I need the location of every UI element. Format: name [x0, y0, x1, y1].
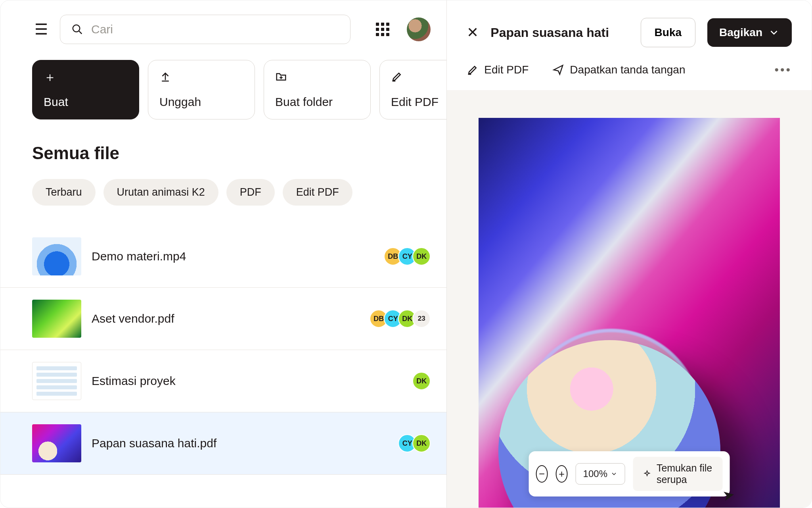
edit-pdf-label: Edit PDF — [484, 64, 529, 76]
action-label: Buat — [44, 95, 128, 109]
file-name: Demo materi.mp4 — [92, 250, 373, 263]
collaborator-badge: DK — [412, 247, 431, 266]
avatar[interactable] — [407, 17, 431, 41]
filter-chip[interactable]: PDF — [226, 179, 275, 206]
topbar: ☰ — [0, 15, 446, 44]
collaborator-more: 23 — [412, 310, 431, 328]
pencil-icon — [467, 64, 479, 76]
preview-image — [479, 118, 780, 508]
open-button[interactable]: Buka — [641, 18, 695, 47]
edit-pdf-button[interactable]: Edit PDF — [379, 60, 446, 119]
zoom-in-button[interactable]: + — [556, 465, 568, 483]
zoom-out-button[interactable]: − — [536, 465, 548, 483]
edit-pdf-link[interactable]: Edit PDF — [467, 64, 529, 76]
file-thumbnail — [32, 300, 81, 338]
search-icon — [71, 23, 83, 35]
file-thumbnail — [32, 237, 81, 275]
file-row[interactable]: Papan suasana hati.pdf CY DK — [0, 412, 446, 475]
apps-icon[interactable] — [376, 23, 389, 36]
file-name: Papan suasana hati.pdf — [92, 437, 388, 450]
panel-title: Papan suasana hati — [490, 25, 628, 40]
collaborator-badge: DK — [412, 434, 431, 452]
preview-panel: ✕ Papan suasana hati Buka Bagikan Edit P… — [446, 0, 812, 508]
upload-icon — [159, 71, 243, 85]
action-label: Edit PDF — [391, 95, 446, 109]
collaborators: DB CY DK 23 — [370, 310, 431, 328]
upload-button[interactable]: Unggah — [148, 60, 255, 119]
file-name: Aset vendor.pdf — [92, 312, 359, 325]
file-row[interactable]: Estimasi proyek DK — [0, 350, 446, 412]
menu-icon[interactable]: ☰ — [32, 20, 50, 38]
get-signature-link[interactable]: Dapatkan tanda tangan — [552, 64, 685, 76]
chevron-down-icon — [611, 470, 618, 477]
file-row[interactable]: Demo materi.mp4 DB CY DK — [0, 225, 446, 288]
folder-plus-icon — [275, 71, 359, 85]
create-button[interactable]: ＋ Buat — [32, 60, 139, 119]
quick-actions: ＋ Buat Unggah Buat folder Edit PDF — [0, 60, 446, 119]
find-similar-button[interactable]: Temukan file serupa ➤ — [633, 457, 723, 491]
collaborators: CY DK — [398, 434, 431, 452]
panel-subheader: Edit PDF Dapatkan tanda tangan ••• — [447, 55, 812, 90]
more-icon[interactable]: ••• — [774, 63, 792, 77]
filter-chip[interactable]: Edit PDF — [283, 179, 352, 206]
collaborators: DB CY DK — [384, 247, 431, 266]
share-label: Bagikan — [719, 26, 762, 39]
filter-chip[interactable]: Urutan animasi K2 — [103, 179, 218, 206]
pencil-icon — [391, 71, 446, 85]
sparkle-icon — [643, 468, 651, 480]
filter-chip[interactable]: Terbaru — [32, 179, 96, 206]
close-icon[interactable]: ✕ — [467, 25, 479, 40]
plus-icon: ＋ — [44, 71, 128, 83]
find-similar-label: Temukan file serupa — [657, 462, 712, 485]
search-input[interactable] — [60, 15, 350, 44]
zoom-toolbar: − + 100% Temukan file serupa ➤ — [529, 451, 730, 496]
chevron-down-icon — [768, 27, 780, 38]
share-button[interactable]: Bagikan — [707, 18, 792, 47]
page-title: Semua file — [0, 143, 446, 163]
collaborators: DK — [412, 372, 431, 390]
search-field[interactable] — [90, 22, 339, 37]
action-label: Unggah — [159, 95, 243, 109]
main-pane: ☰ ＋ Buat Unggah — [0, 0, 446, 508]
file-thumbnail — [32, 362, 81, 400]
svg-line-1 — [79, 31, 82, 34]
collaborator-badge: DK — [412, 372, 431, 390]
get-signature-label: Dapatkan tanda tangan — [570, 64, 685, 76]
preview-area: − + 100% Temukan file serupa ➤ — [447, 90, 812, 508]
filter-row: Terbaru Urutan animasi K2 PDF Edit PDF — [0, 179, 446, 206]
file-row[interactable]: Aset vendor.pdf DB CY DK 23 — [0, 288, 446, 350]
panel-header: ✕ Papan suasana hati Buka Bagikan — [447, 0, 812, 55]
send-icon — [552, 64, 564, 76]
file-list: Demo materi.mp4 DB CY DK Aset vendor.pdf… — [0, 225, 446, 475]
zoom-level-select[interactable]: 100% — [576, 463, 625, 485]
file-name: Estimasi proyek — [92, 374, 402, 388]
svg-point-0 — [73, 25, 80, 32]
file-thumbnail — [32, 424, 81, 462]
action-label: Buat folder — [275, 95, 359, 109]
zoom-value: 100% — [583, 468, 607, 479]
create-folder-button[interactable]: Buat folder — [264, 60, 371, 119]
